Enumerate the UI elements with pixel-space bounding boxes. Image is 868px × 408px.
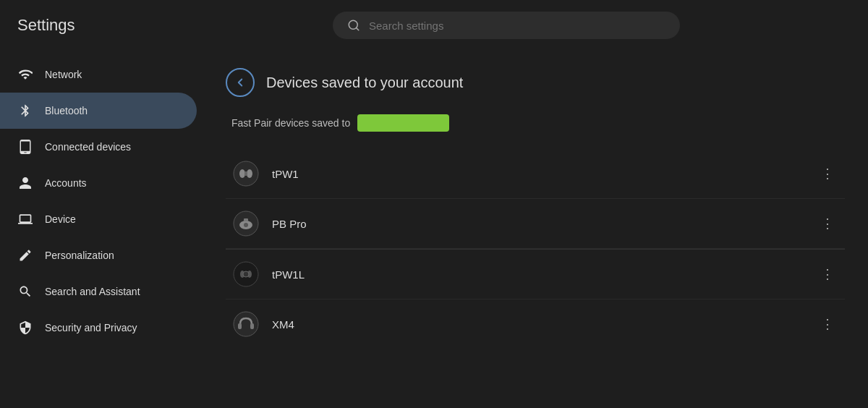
sidebar-item-search-assistant[interactable]: Search and Assistant xyxy=(0,273,197,310)
device-name-tpw1l: tPW1L xyxy=(272,268,804,281)
laptop-icon xyxy=(17,211,33,227)
svg-point-4 xyxy=(247,169,252,178)
svg-rect-5 xyxy=(244,171,247,176)
main-layout: Network Bluetooth Connected devices xyxy=(0,51,868,408)
device-name-xm4: XM4 xyxy=(272,318,804,331)
device-item-tpw1[interactable]: tPW1 ⋮ xyxy=(226,149,845,199)
account-email-highlight xyxy=(357,114,449,132)
search-icon xyxy=(347,19,360,32)
sidebar-item-connected-devices[interactable]: Connected devices xyxy=(0,129,197,165)
device-item-pb-pro[interactable]: PB Pro ⋮ xyxy=(226,199,845,249)
svg-point-3 xyxy=(239,169,245,178)
sidebar-item-bluetooth-label: Bluetooth xyxy=(45,105,88,116)
svg-point-13 xyxy=(243,271,249,277)
sidebar-item-accounts[interactable]: Accounts xyxy=(0,165,197,201)
edit-icon xyxy=(17,247,33,263)
device-item-xm4[interactable]: XM4 ⋮ xyxy=(226,299,845,349)
wifi-icon xyxy=(17,67,33,82)
device-icon-pb-pro xyxy=(231,209,260,238)
sidebar-item-personalization-label: Personalization xyxy=(45,250,114,261)
device-icon-tpw1l xyxy=(231,260,260,289)
sidebar-item-security-privacy[interactable]: Security and Privacy xyxy=(0,310,197,346)
svg-line-1 xyxy=(356,27,358,30)
search-input[interactable] xyxy=(369,20,665,32)
sidebar-item-search-assistant-label: Search and Assistant xyxy=(45,286,140,297)
sidebar-item-network-label: Network xyxy=(45,69,82,80)
sidebar-item-accounts-label: Accounts xyxy=(45,177,87,189)
svg-point-8 xyxy=(244,223,248,227)
search-assistant-icon xyxy=(17,284,33,299)
sidebar-item-device-label: Device xyxy=(45,213,76,225)
back-button[interactable] xyxy=(226,68,255,97)
more-options-tpw1[interactable]: ⋮ xyxy=(816,162,839,185)
sidebar-item-connected-devices-label: Connected devices xyxy=(45,141,131,153)
device-icon-xm4 xyxy=(231,310,260,339)
person-icon xyxy=(17,175,33,191)
bluetooth-icon xyxy=(17,103,33,119)
sidebar-item-bluetooth[interactable]: Bluetooth xyxy=(0,93,197,129)
sidebar-item-device[interactable]: Device xyxy=(0,201,197,237)
search-container xyxy=(162,12,851,39)
device-item-tpw1l[interactable]: tPW1L ⋮ xyxy=(226,250,845,299)
device-name-pb-pro: PB Pro xyxy=(272,218,804,230)
sidebar: Network Bluetooth Connected devices xyxy=(0,51,203,408)
page-header: Devices saved to your account xyxy=(226,68,845,97)
main-content: Devices saved to your account Fast Pair … xyxy=(203,51,868,408)
sidebar-item-personalization[interactable]: Personalization xyxy=(0,237,197,273)
shield-icon xyxy=(17,320,33,336)
svg-rect-16 xyxy=(250,323,254,329)
more-options-xm4[interactable]: ⋮ xyxy=(816,313,839,336)
device-icon-tpw1 xyxy=(231,159,260,188)
svg-rect-9 xyxy=(244,218,248,221)
more-options-tpw1l[interactable]: ⋮ xyxy=(816,263,839,286)
page-title: Devices saved to your account xyxy=(266,75,463,91)
fast-pair-row: Fast Pair devices saved to xyxy=(226,114,845,132)
app-header: Settings xyxy=(0,0,868,51)
device-list: tPW1 ⋮ PB Pro ⋮ xyxy=(226,149,845,349)
device-name-tpw1: tPW1 xyxy=(272,168,804,180)
more-options-pb-pro[interactable]: ⋮ xyxy=(816,212,839,235)
search-bar[interactable] xyxy=(333,12,680,39)
sidebar-item-security-privacy-label: Security and Privacy xyxy=(45,322,137,333)
tablet-icon xyxy=(17,139,33,155)
app-title: Settings xyxy=(17,16,162,35)
svg-rect-15 xyxy=(238,323,242,329)
svg-point-14 xyxy=(234,312,258,336)
fast-pair-label: Fast Pair devices saved to xyxy=(231,117,350,129)
sidebar-item-network[interactable]: Network xyxy=(0,56,197,93)
